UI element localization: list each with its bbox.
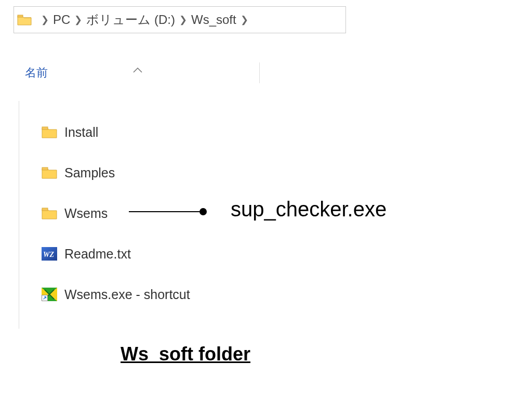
chevron-right-icon: ❯ <box>74 14 82 25</box>
chevron-right-icon: ❯ <box>179 14 187 25</box>
sort-ascending-icon <box>133 62 142 76</box>
column-header-label: 名前 <box>25 65 48 81</box>
annotation-label: sup_checker.exe <box>231 198 387 221</box>
list-item[interactable]: Wsems.exe - shortcut <box>42 274 265 315</box>
file-name: Samples <box>64 165 115 180</box>
shortcut-app-icon <box>42 288 57 301</box>
folder-icon <box>42 206 57 220</box>
svg-rect-1 <box>42 127 48 130</box>
breadcrumb-item[interactable]: PC <box>53 12 70 27</box>
folder-icon <box>17 14 32 25</box>
breadcrumb-item[interactable]: ボリューム (D:) <box>86 11 175 28</box>
list-item[interactable]: Install <box>42 112 265 152</box>
folder-icon <box>42 166 57 179</box>
file-name: Readme.txt <box>64 247 131 262</box>
chevron-right-icon: ❯ <box>241 14 248 25</box>
list-item[interactable]: Samples <box>42 152 265 193</box>
svg-rect-0 <box>18 15 23 17</box>
svg-rect-2 <box>42 167 48 170</box>
breadcrumb[interactable]: ❯ PC ❯ ボリューム (D:) ❯ Ws_soft ❯ <box>14 6 346 33</box>
breadcrumb-item[interactable]: Ws_soft <box>191 12 236 27</box>
svg-rect-3 <box>42 208 48 211</box>
figure-caption: Ws_soft folder <box>121 343 250 365</box>
file-name: Install <box>64 125 98 140</box>
list-divider <box>19 101 19 329</box>
chevron-right-icon: ❯ <box>41 14 49 25</box>
list-item[interactable]: WZ Readme.txt <box>42 234 265 274</box>
folder-icon <box>42 125 57 139</box>
file-name: Wsems <box>64 206 108 221</box>
column-header-name[interactable]: 名前 <box>16 62 260 83</box>
file-name: Wsems.exe - shortcut <box>64 287 190 302</box>
wz-app-icon: WZ <box>42 247 57 261</box>
annotation-connector <box>129 211 202 212</box>
annotation-dot-icon <box>200 208 207 215</box>
svg-text:WZ: WZ <box>43 251 54 258</box>
shortcut-overlay-icon <box>42 295 48 301</box>
